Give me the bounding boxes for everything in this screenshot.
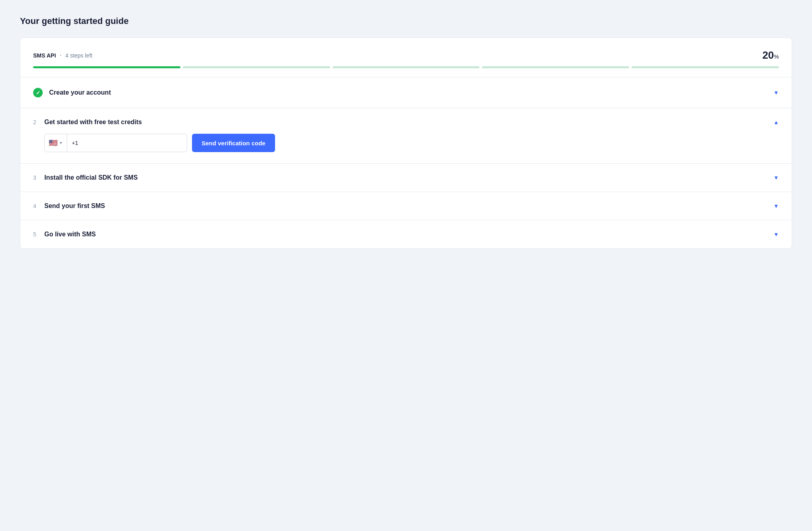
chevron-down-icon: ▼ [773, 89, 779, 96]
step-5-number: 5 [33, 231, 38, 238]
phone-input-wrapper: 🇺🇸 ▼ [44, 134, 187, 152]
flag-emoji: 🇺🇸 [49, 139, 57, 147]
completed-icon [33, 88, 43, 97]
phone-input-row: 🇺🇸 ▼ Send verification code [44, 134, 779, 152]
step-free-credits: 2 Get started with free test credits ▲ 🇺… [20, 108, 792, 164]
progress-segment-1 [33, 66, 180, 68]
step-3-title: Install the official SDK for SMS [44, 174, 138, 181]
step-2-number: 2 [33, 119, 38, 125]
step-install-sdk[interactable]: 3 Install the official SDK for SMS ▼ [20, 164, 792, 192]
progress-label: SMS API · 4 steps left [33, 52, 92, 59]
progress-segment-5 [632, 66, 779, 68]
step-create-account[interactable]: Create your account ▼ [20, 77, 792, 108]
step-2-body: 🇺🇸 ▼ Send verification code [20, 134, 792, 163]
getting-started-card: SMS API · 4 steps left 20% Create your a… [20, 38, 792, 249]
progress-segment-2 [183, 66, 330, 68]
api-label: SMS API [33, 52, 56, 59]
step-5-title: Go live with SMS [44, 231, 96, 238]
chevron-up-icon: ▲ [773, 119, 779, 125]
chevron-down-icon: ▼ [773, 174, 779, 181]
page-title: Your getting started guide [20, 16, 792, 26]
step-send-first-sms[interactable]: 4 Send your first SMS ▼ [20, 192, 792, 220]
flag-chevron-icon: ▼ [59, 141, 63, 145]
progress-header: SMS API · 4 steps left 20% [33, 49, 779, 61]
separator: · [60, 52, 61, 59]
progress-percent: 20% [762, 49, 779, 61]
progress-segment-4 [482, 66, 629, 68]
chevron-down-icon: ▼ [773, 203, 779, 209]
step-2-title: Get started with free test credits [44, 119, 142, 126]
progress-segment-3 [333, 66, 480, 68]
step-go-live[interactable]: 5 Go live with SMS ▼ [20, 220, 792, 248]
step-1-title: Create your account [49, 89, 111, 96]
step-4-title: Send your first SMS [44, 202, 105, 210]
phone-input[interactable] [67, 140, 187, 146]
send-verification-button[interactable]: Send verification code [192, 134, 275, 152]
step-2-header[interactable]: 2 Get started with free test credits ▲ [20, 108, 792, 134]
step-4-number: 4 [33, 203, 38, 209]
progress-bar [33, 66, 779, 68]
step-3-number: 3 [33, 174, 38, 181]
progress-section: SMS API · 4 steps left 20% [20, 38, 792, 77]
flag-selector[interactable]: 🇺🇸 ▼ [45, 134, 67, 152]
chevron-down-icon: ▼ [773, 231, 779, 238]
steps-left: 4 steps left [65, 52, 93, 59]
